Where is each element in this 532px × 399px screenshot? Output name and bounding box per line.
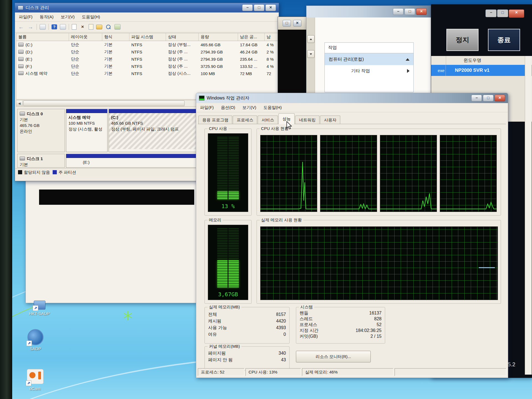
- scroll-left-arrow[interactable]: ◀: [16, 101, 23, 106]
- physical-memory-title: 실제 메모리(MB): [208, 305, 241, 310]
- maximize-button[interactable]: [497, 9, 508, 17]
- cpu-history-group: CPU 사용 현황: [257, 129, 501, 216]
- maximize-button[interactable]: [254, 4, 264, 11]
- minimize-button[interactable]: [485, 9, 497, 17]
- volume-list: 볼륨 레이아웃 형식 파일 시스템 상태 용량 남은 공... 남 (C:) 단…: [16, 33, 278, 99]
- desktop-icon-sadp[interactable]: ↗ SADP: [19, 329, 52, 351]
- tab-baseline: [198, 124, 506, 124]
- disk-management-app-icon: [18, 6, 23, 10]
- maximize-button[interactable]: [483, 95, 493, 101]
- disk1-label[interactable]: 디스크 1 기본: [17, 154, 65, 168]
- system-title: 시스템: [299, 305, 314, 310]
- close-button[interactable]: [265, 4, 276, 11]
- minimize-button[interactable]: [393, 8, 403, 15]
- tab-applications[interactable]: 응용 프로그램: [198, 116, 232, 124]
- stat-row: 페이지 안 됨43: [208, 357, 286, 363]
- menu-file[interactable]: 파일(F): [19, 14, 32, 20]
- column-header[interactable]: 상태: [166, 33, 199, 41]
- menu-options[interactable]: 옵션(O): [221, 105, 235, 110]
- task-manager-titlebar[interactable]: Windows 작업 관리자: [196, 93, 508, 103]
- desktop-icon-hkt-sadp[interactable]: ↗ HKT-SADP: [23, 301, 56, 316]
- panel-icon[interactable]: [60, 24, 66, 30]
- menu-help[interactable]: 도움말(H): [264, 105, 282, 110]
- table-row[interactable]: (C:) 단순 기본 NTFS 정상 (부팅... 465.66 GB 17.6…: [16, 41, 278, 48]
- icon-label: SADP: [19, 346, 52, 351]
- close-button[interactable]: [509, 9, 524, 18]
- scroll-up-button[interactable]: [307, 35, 314, 43]
- help-icon[interactable]: ?: [52, 24, 57, 29]
- tree-item-other-actions[interactable]: 기타 작업: [325, 65, 413, 77]
- stop-button[interactable]: 정지: [446, 29, 479, 51]
- memory-usage-gauge: 3,67GB: [208, 225, 248, 300]
- cpu-history-line: [320, 135, 377, 212]
- stat-row: 지정 시간184:02:36:25: [300, 328, 382, 333]
- resource-monitor-button[interactable]: 리소스 모니터(R)...: [296, 351, 371, 362]
- computer-management-titlebar[interactable]: [306, 6, 431, 17]
- collapse-icon[interactable]: [406, 58, 410, 61]
- open-folder-icon[interactable]: [96, 25, 102, 29]
- tab-networking[interactable]: 네트워킹: [295, 116, 319, 124]
- forward-icon[interactable]: →: [27, 24, 34, 30]
- stat-row: 커밋(GB)2 / 15: [300, 333, 382, 339]
- scroll-thumb[interactable]: [23, 101, 185, 106]
- window-title: Windows 작업 관리자: [207, 95, 249, 101]
- menu-action[interactable]: 동작(A): [40, 14, 53, 20]
- icon-label: HKT-SADP: [23, 311, 56, 316]
- scroll-down-button[interactable]: [307, 50, 314, 58]
- menu-view[interactable]: 보기(V): [61, 14, 75, 20]
- tree-item-computer-management[interactable]: 컴퓨터 관리(로컬): [325, 53, 413, 65]
- tab-processes[interactable]: 프로세스: [233, 116, 257, 124]
- actions-pane: 작업 컴퓨터 관리(로컬) 기타 작업: [324, 42, 414, 92]
- close-button[interactable]: [495, 95, 505, 101]
- table-row[interactable]: (D:) 단순 기본 NTFS 정상 (주 ... 2794.39 GB 46.…: [16, 48, 278, 55]
- column-header[interactable]: 볼륨: [16, 33, 69, 41]
- back-icon[interactable]: ←: [18, 24, 24, 30]
- tab-services[interactable]: 서비스: [258, 116, 278, 124]
- selected-window-row[interactable]: exe NP2000 SVR v1: [431, 65, 532, 76]
- status-physical-memory: 실제 메모리: 46%: [302, 368, 393, 376]
- close-button[interactable]: [416, 8, 427, 15]
- process-name: exe: [431, 68, 446, 73]
- legend-primary-partition: 주 파티션: [53, 170, 76, 175]
- exit-button[interactable]: 종료: [488, 29, 520, 51]
- status-cpu-usage: CPU 사용: 13%: [245, 368, 301, 376]
- column-window-name[interactable]: 윈도우명: [446, 58, 499, 63]
- maximize-button[interactable]: [405, 8, 415, 15]
- table-row[interactable]: (E:) 단순 기본 NTFS 정상 (주 ... 2794.39 GB 235…: [16, 55, 278, 63]
- memory-gauge-label: 메모리: [208, 218, 223, 223]
- minimize-button[interactable]: [471, 95, 482, 101]
- disk-management-titlebar[interactable]: 디스크 관리: [15, 3, 279, 12]
- status-filler: [395, 368, 506, 376]
- menu-help[interactable]: 도움말(H): [82, 14, 100, 20]
- column-header[interactable]: 남은 공...: [238, 33, 265, 41]
- menu-view[interactable]: 보기(V): [242, 105, 256, 110]
- stat-row: 캐시됨4420: [208, 318, 286, 324]
- properties-icon[interactable]: [89, 24, 93, 30]
- restore-button[interactable]: [283, 20, 291, 27]
- table-row[interactable]: (F:) 단순 기본 NTFS 정상 (주 ... 3725.90 GB 133…: [16, 63, 278, 70]
- column-header[interactable]: 레이아웃: [69, 33, 102, 41]
- expand-icon[interactable]: [407, 69, 410, 73]
- delete-icon[interactable]: ×: [79, 24, 86, 30]
- search-icon[interactable]: [105, 24, 112, 30]
- task-manager-menubar: 파일(F) 옵션(O) 보기(V) 도움말(H): [196, 103, 508, 112]
- column-header[interactable]: 형식: [102, 33, 129, 41]
- tab-users[interactable]: 사용자: [320, 116, 340, 124]
- console-tree-icon[interactable]: [40, 24, 46, 30]
- column-header[interactable]: 용량: [199, 33, 238, 41]
- disk0-label[interactable]: 디스크 0 기본 465.76 GB 온라인: [17, 109, 65, 152]
- table-row[interactable]: 시스템 예약 단순 기본 NTFS 정상 (시스... 100 MB 72 MB…: [16, 70, 278, 77]
- drive-icon: [18, 50, 24, 54]
- minimize-button[interactable]: [242, 4, 253, 11]
- menu-file[interactable]: 파일(F): [200, 105, 214, 110]
- close-button[interactable]: [293, 20, 301, 27]
- settings-grid-icon[interactable]: [114, 24, 121, 30]
- desktop-icon-ocam[interactable]: ↗ oCam: [18, 368, 52, 391]
- refresh-icon[interactable]: [72, 24, 76, 30]
- column-header[interactable]: 남: [265, 33, 278, 41]
- column-header[interactable]: 파일 시스템: [129, 33, 166, 41]
- stat-row: 여유0: [208, 331, 286, 338]
- partition-system-reserved[interactable]: 시스템 예약 100 MB NTFS 정상 (시스템, 활성: [66, 109, 108, 152]
- volume-list-header[interactable]: 볼륨 레이아웃 형식 파일 시스템 상태 용량 남은 공... 남: [16, 33, 278, 41]
- vertical-scrollbar[interactable]: [525, 56, 532, 375]
